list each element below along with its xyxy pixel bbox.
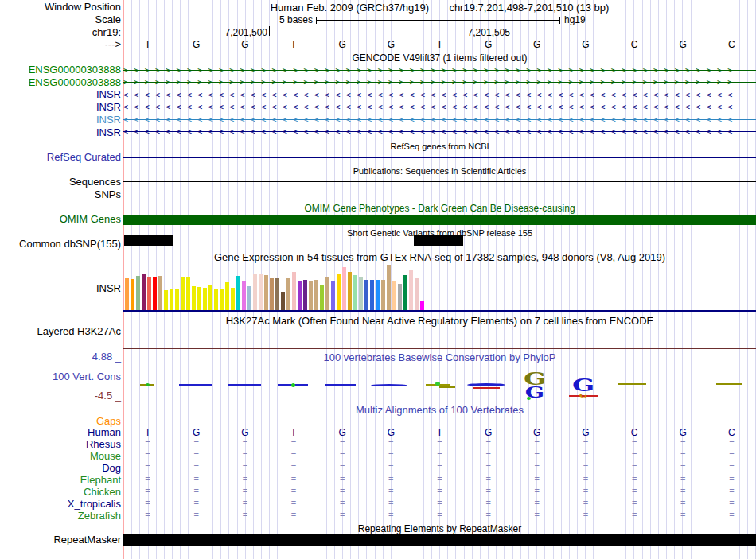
repeatmasker-label[interactable]: RepeatMasker xyxy=(0,534,121,545)
base-letter: = xyxy=(561,462,610,472)
base-letter: T xyxy=(123,39,172,50)
multiz-eq-row[interactable]: ============= xyxy=(123,462,756,472)
species-label-chicken[interactable]: Chicken xyxy=(0,487,121,498)
base-letter: = xyxy=(610,438,659,448)
gene-label-insr-4[interactable]: INSR xyxy=(0,127,121,138)
species-label-human[interactable]: Human xyxy=(0,427,121,438)
repeatmasker-bar[interactable] xyxy=(123,534,756,546)
multiz-eq-row[interactable]: ============= xyxy=(123,498,756,507)
gtex-tissue-bar xyxy=(270,278,274,310)
gene-strand-row[interactable]: <<<<<<<<<<<<<<<<<<<<<<<<<<<<<<<<<<<<<<<<… xyxy=(123,126,756,137)
dbsnp-variant-bar[interactable] xyxy=(414,235,463,246)
multiz-track-title: Multiz Alignments of 100 Vertebrates xyxy=(123,404,756,416)
multiz-eq-row[interactable]: ============= xyxy=(123,510,756,519)
base-letter: = xyxy=(123,486,172,495)
gtex-tissue-bar xyxy=(314,280,318,310)
multiz-eq-row[interactable]: ============= xyxy=(123,438,756,448)
base-letter: G xyxy=(220,39,269,50)
base-letter: = xyxy=(610,510,659,519)
gtex-tissue-bar xyxy=(325,277,329,310)
species-label-rhesus[interactable]: Rhesus xyxy=(0,439,121,450)
strand-direction-label[interactable]: ---> xyxy=(0,39,121,50)
gtex-tissue-bar xyxy=(225,282,229,310)
gene-label-ensg-1[interactable]: ENSG00000303888 xyxy=(0,64,121,76)
species-label-xtropicalis[interactable]: X_tropicalis xyxy=(0,499,121,510)
layered-h3k27ac-label[interactable]: Layered H3K27Ac xyxy=(0,326,121,337)
gtex-tissue-bar xyxy=(392,281,396,310)
base-letter: = xyxy=(561,450,610,460)
scale-bar xyxy=(316,17,560,24)
base-letter: = xyxy=(220,510,269,519)
conservation-track-label[interactable]: 100 Vert. Cons xyxy=(0,371,121,382)
base-letter: = xyxy=(367,486,415,495)
base-letter: = xyxy=(707,510,756,519)
scale-bases-label: 5 bases xyxy=(123,14,313,25)
base-letter: = xyxy=(367,510,415,519)
h3k27ac-track-title: H3K27Ac Mark (Often Found Near Active Re… xyxy=(123,315,756,327)
dbsnp-variant-bar[interactable] xyxy=(124,235,173,246)
base-letter: = xyxy=(172,486,220,495)
genome-browser-image[interactable]: Window Position Scale chr19: ---> ENSG00… xyxy=(0,0,756,559)
base-letter: = xyxy=(512,498,561,507)
base-letter: = xyxy=(318,474,367,483)
refseq-curated-label[interactable]: RefSeq Curated xyxy=(0,152,121,163)
species-label-zebrafish[interactable]: Zebrafish xyxy=(0,510,121,522)
refseq-curated-line[interactable] xyxy=(123,157,756,158)
base-letter: G xyxy=(561,427,610,438)
position-label-7201505: 7,201,505 xyxy=(468,27,510,38)
gene-label-insr-3[interactable]: INSR xyxy=(0,115,121,126)
gene-strand-row[interactable]: <<<<<<<<<<<<<<<<<<<<<<<<<<<<<<<<<<<<<<<<… xyxy=(123,102,756,112)
gtex-tissue-bar xyxy=(242,281,246,310)
base-letter: G xyxy=(367,39,415,50)
gene-strand-row[interactable]: >>>>>>>>>>>>>>>>>>>>>>>>>>>>>>>>>>>>>>>>… xyxy=(123,65,756,76)
base-letter: = xyxy=(318,498,367,507)
gtex-tissue-bar xyxy=(342,267,346,310)
common-dbsnp-label[interactable]: Common dbSNP(155) xyxy=(0,239,121,250)
base-letter: C xyxy=(707,39,756,50)
base-letter: C xyxy=(610,39,659,50)
base-letter: = xyxy=(610,486,659,495)
gene-strand-row[interactable]: <<<<<<<<<<<<<<<<<<<<<<<<<<<<<<<<<<<<<<<<… xyxy=(123,90,756,100)
base-letter: = xyxy=(610,474,659,483)
gene-label-insr-1[interactable]: INSR xyxy=(0,89,121,100)
gtex-tissue-bar xyxy=(164,290,168,310)
omim-genes-label[interactable]: OMIM Genes xyxy=(0,214,121,225)
omim-genes-bar[interactable] xyxy=(123,215,756,225)
reference-base-row[interactable]: TGGTGGTGGGCGC xyxy=(123,39,756,50)
gtex-tissue-bar xyxy=(175,289,179,310)
sequences-line[interactable] xyxy=(123,181,756,182)
species-label-dog[interactable]: Dog xyxy=(0,463,121,474)
gene-label-insr-2[interactable]: INSR xyxy=(0,102,121,113)
snps-label[interactable]: SNPs xyxy=(0,189,121,200)
species-label-elephant[interactable]: Elephant xyxy=(0,475,121,486)
sequences-label[interactable]: Sequences xyxy=(0,177,121,188)
base-letter: = xyxy=(269,486,318,495)
species-label-mouse[interactable]: Mouse xyxy=(0,451,121,462)
multiz-eq-row[interactable]: ============= xyxy=(123,486,756,495)
h3k27ac-baseline[interactable] xyxy=(123,348,756,349)
species-label-gaps[interactable]: Gaps xyxy=(0,416,121,427)
gtex-gene-label[interactable]: INSR xyxy=(0,283,121,294)
gene-strand-row[interactable]: >>>>>>>>>>>>>>>>>>>>>>>>>>>>>>>>>>>>>>>>… xyxy=(123,77,756,87)
base-letter: = xyxy=(464,498,512,507)
base-letter: = xyxy=(415,486,464,495)
omim-track-title: OMIM Gene Phenotypes - Dark Green Can Be… xyxy=(123,203,756,214)
multiz-eq-row[interactable]: ============= xyxy=(123,450,756,460)
gene-strand-row[interactable]: <<<<<<<<<<<<<<<<<<<<<<<<<<<<<<<<<<<<<<<<… xyxy=(123,115,756,125)
gtex-tissue-bar xyxy=(253,274,257,310)
gtex-tissue-bar xyxy=(236,276,240,310)
base-letter: = xyxy=(610,462,659,472)
conservation-min-label: -4.5 _ xyxy=(0,390,121,402)
base-letter: = xyxy=(415,462,464,472)
multiz-eq-row[interactable]: ============= xyxy=(123,474,756,483)
gene-label-ensg-2[interactable]: ENSG00000303888 xyxy=(0,77,121,88)
gtex-tissue-bar xyxy=(376,280,380,310)
base-letter: T xyxy=(123,427,172,438)
multiz-human-base-row[interactable]: TGGTGGTGGGCGC xyxy=(123,427,756,438)
gtex-expression-bars[interactable] xyxy=(123,264,756,310)
base-letter: G xyxy=(512,39,561,50)
base-letter: = xyxy=(561,510,610,519)
base-letter: = xyxy=(512,486,561,495)
base-letter: = xyxy=(269,438,318,448)
base-letter: = xyxy=(561,474,610,483)
